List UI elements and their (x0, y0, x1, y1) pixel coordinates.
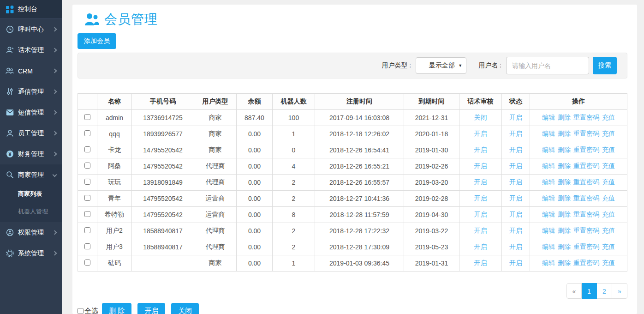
recharge-link[interactable]: 充值 (602, 146, 615, 153)
pagination-prev[interactable]: « (566, 283, 582, 299)
sidebar-item-finance-mgmt[interactable]: ¥财务管理 (0, 144, 62, 164)
status-toggle[interactable]: 开启 (509, 130, 522, 137)
edit-link[interactable]: 编辑 (542, 114, 555, 121)
row-checkbox[interactable] (84, 227, 90, 233)
delete-link[interactable]: 删除 (558, 130, 571, 137)
sidebar-subitem-merchant-list[interactable]: 商家列表 (0, 185, 62, 203)
status-toggle[interactable]: 开启 (509, 259, 522, 266)
bulk-enable-button[interactable]: 开启 (137, 303, 165, 314)
delete-link[interactable]: 删除 (558, 162, 571, 169)
reset-password-link[interactable]: 重置密码 (573, 259, 599, 266)
reset-password-link[interactable]: 重置密码 (573, 194, 599, 202)
reset-password-link[interactable]: 重置密码 (573, 146, 599, 153)
recharge-link[interactable]: 充值 (602, 130, 615, 137)
edit-link[interactable]: 编辑 (542, 146, 555, 153)
status-toggle[interactable]: 开启 (509, 194, 522, 202)
status-toggle[interactable]: 开启 (509, 178, 522, 186)
row-checkbox-cell (78, 223, 97, 239)
edit-link[interactable]: 编辑 (542, 194, 555, 202)
reset-password-link[interactable]: 重置密码 (573, 227, 599, 234)
delete-link[interactable]: 删除 (558, 146, 571, 153)
edit-link[interactable]: 编辑 (542, 130, 555, 137)
row-checkbox[interactable] (84, 243, 90, 249)
script-audit-toggle[interactable]: 关闭 (474, 114, 487, 121)
reset-password-link[interactable]: 重置密码 (573, 243, 599, 250)
row-checkbox[interactable] (84, 163, 90, 169)
recharge-link[interactable]: 充值 (602, 162, 615, 169)
reset-password-link[interactable]: 重置密码 (573, 162, 599, 169)
sidebar-item-script-mgmt[interactable]: 话术管理 (0, 40, 62, 60)
edit-link[interactable]: 编辑 (542, 259, 555, 266)
delete-link[interactable]: 删除 (558, 194, 571, 202)
recharge-link[interactable]: 充值 (602, 114, 615, 121)
recharge-link[interactable]: 充值 (602, 211, 615, 218)
delete-link[interactable]: 删除 (558, 178, 571, 186)
delete-link[interactable]: 删除 (558, 227, 571, 234)
status-toggle[interactable]: 开启 (509, 243, 522, 250)
status-toggle[interactable]: 开启 (509, 146, 522, 153)
script-audit-toggle[interactable]: 开启 (474, 194, 487, 202)
user-type-select[interactable]: 显示全部 ▼ (416, 57, 466, 74)
recharge-link[interactable]: 充值 (602, 194, 615, 202)
pagination-page-1[interactable]: 1 (582, 283, 597, 299)
pagination-next[interactable]: » (612, 283, 627, 299)
sidebar-item-call-center[interactable]: 呼叫中心 (0, 19, 62, 40)
script-audit-toggle[interactable]: 开启 (474, 243, 487, 250)
edit-link[interactable]: 编辑 (542, 178, 555, 186)
sidebar-item-communication-mgmt[interactable]: 通信管理 (0, 81, 62, 102)
row-checkbox[interactable] (84, 130, 90, 136)
select-all-checkbox[interactable] (78, 308, 83, 314)
script-audit-toggle[interactable]: 开启 (474, 178, 487, 186)
bulk-delete-button[interactable]: 删 除 (102, 303, 131, 314)
bulk-disable-button[interactable]: 关闭 (171, 303, 199, 314)
row-checkbox[interactable] (84, 211, 90, 217)
username-input[interactable] (506, 57, 589, 74)
script-audit-toggle[interactable]: 开启 (474, 146, 487, 153)
row-checkbox[interactable] (84, 114, 90, 120)
add-member-button[interactable]: 添加会员 (78, 33, 116, 49)
sidebar-item-system-mgmt[interactable]: 系统管理 (0, 243, 62, 264)
sidebar-item-console[interactable]: 控制台 (0, 0, 62, 19)
script-audit-toggle[interactable]: 开启 (474, 130, 487, 137)
edit-link[interactable]: 编辑 (542, 243, 555, 250)
edit-link[interactable]: 编辑 (542, 162, 555, 169)
cell-user-type: 运营商 (194, 207, 237, 223)
reset-password-link[interactable]: 重置密码 (573, 211, 599, 218)
status-toggle[interactable]: 开启 (509, 162, 522, 169)
script-audit-toggle[interactable]: 开启 (474, 162, 487, 169)
edit-link[interactable]: 编辑 (542, 211, 555, 218)
script-audit-toggle[interactable]: 开启 (474, 211, 487, 218)
delete-link[interactable]: 删除 (558, 211, 571, 218)
edit-link[interactable]: 编辑 (542, 227, 555, 234)
recharge-link[interactable]: 充值 (602, 227, 615, 234)
row-checkbox[interactable] (84, 260, 90, 266)
delete-link[interactable]: 删除 (558, 243, 571, 250)
sidebar-item-permission-mgmt[interactable]: 权限管理 (0, 222, 62, 243)
sidebar-item-merchant-mgmt[interactable]: 商家管理 (0, 164, 62, 185)
row-checkbox[interactable] (84, 146, 90, 152)
search-button[interactable]: 搜索 (593, 57, 617, 74)
pagination-page-2[interactable]: 2 (597, 283, 612, 299)
sidebar-item-sms-mgmt[interactable]: 短信管理 (0, 102, 62, 123)
reset-password-link[interactable]: 重置密码 (573, 130, 599, 137)
delete-link[interactable]: 删除 (558, 259, 571, 266)
delete-link[interactable]: 删除 (558, 114, 571, 121)
reset-password-link[interactable]: 重置密码 (573, 178, 599, 186)
script-audit-toggle[interactable]: 开启 (474, 259, 487, 266)
cell-script_audit: 开启 (459, 239, 502, 255)
chevron-right-icon (53, 27, 57, 32)
row-checkbox[interactable] (84, 195, 90, 201)
sidebar-subitem-robot-mgmt[interactable]: 机器人管理 (0, 203, 62, 220)
status-toggle[interactable]: 开启 (509, 211, 522, 218)
reset-password-link[interactable]: 重置密码 (573, 114, 599, 121)
sidebar-item-staff-mgmt[interactable]: 员工管理 (0, 123, 62, 144)
script-audit-toggle[interactable]: 开启 (474, 227, 487, 234)
recharge-link[interactable]: 充值 (602, 243, 615, 250)
status-toggle[interactable]: 开启 (509, 114, 522, 121)
sidebar-item-crm[interactable]: CRM (0, 60, 62, 81)
row-checkbox[interactable] (84, 179, 90, 185)
cell-register-time: 2019-01-03 09:36:45 (315, 255, 404, 272)
status-toggle[interactable]: 开启 (509, 227, 522, 234)
recharge-link[interactable]: 充值 (602, 259, 615, 266)
recharge-link[interactable]: 充值 (602, 178, 615, 186)
